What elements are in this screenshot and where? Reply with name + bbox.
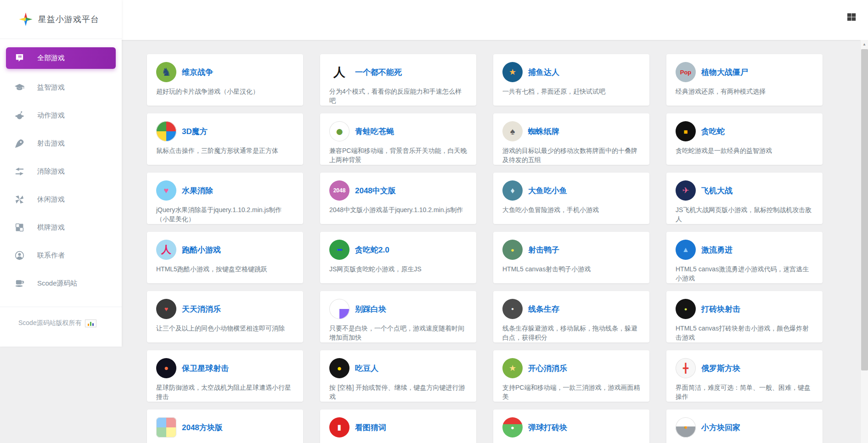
game-title-link[interactable]: 开心消消乐 <box>528 363 567 374</box>
game-card-guess-word[interactable]: ▮看图猜词【不兼容PC端】更好体验请使用手机，多个关卡小游戏 <box>320 409 476 443</box>
game-card-brick-shooter[interactable]: ●打砖块射击HTML5 canvas打砖块射击小游戏，颜色爆炸射击游戏 <box>666 291 823 342</box>
game-title-link[interactable]: 2048方块版 <box>182 422 223 433</box>
game-icon-viking-war: ♞ <box>156 62 176 82</box>
game-card-fishing-master[interactable]: ★捕鱼达人一共有七档，界面还原，赶快试试吧 <box>493 54 649 106</box>
game-card-2048-chinese[interactable]: 20482048中文版2048中文版小游戏基于jquery.1.10.2.min… <box>320 173 476 224</box>
sidebar-item-scode-site[interactable]: Scode源码站 <box>0 269 122 297</box>
game-title-link[interactable]: 贪吃蛇 <box>701 126 725 137</box>
sidebar-item-elimination-games[interactable]: 消除游戏 <box>0 157 122 185</box>
game-title-link[interactable]: 维京战争 <box>182 67 213 78</box>
game-icon-tetris: ╋ <box>676 358 696 378</box>
game-card-header: ●射击鸭子 <box>502 240 640 260</box>
game-card-happy-match[interactable]: ★开心消消乐支持PC端和移动端，一款三消游戏，游戏画面精美 <box>493 350 649 402</box>
game-title-link[interactable]: 贪吃蛇2.0 <box>355 245 389 255</box>
cnzz-stats-badge[interactable] <box>85 320 96 327</box>
game-title-link[interactable]: 捕鱼达人 <box>528 67 559 78</box>
vertical-scrollbar[interactable]: ▲ <box>860 40 868 443</box>
game-card-2048-blocks[interactable]: 2048方块版HTML5数字方块2048小游戏，兼容PC端和移动端 <box>147 409 303 443</box>
game-card-line-survival[interactable]: ●线条生存线条生存躲避游戏，移动鼠标，拖动线条，躲避白点，获得积分 <box>493 291 649 342</box>
game-title-link[interactable]: 看图猜词 <box>355 422 386 433</box>
chat-bubble-icon <box>14 53 25 63</box>
game-card-header: ■小方块回家 <box>676 417 813 437</box>
game-title-link[interactable]: 射击鸭子 <box>528 245 559 255</box>
game-title-link[interactable]: 跑酷小游戏 <box>182 245 221 255</box>
game-card-big-fish-eat-small[interactable]: ♦大鱼吃小鱼大鱼吃小鱼冒险游戏，手机小游戏 <box>493 173 649 224</box>
game-title-link[interactable]: 一个都不能死 <box>355 67 402 78</box>
game-title-link[interactable]: 线条生存 <box>528 304 559 314</box>
game-card-block-go-home[interactable]: ■小方块回家基于jQuery.1.10.2.min.js制作，可以选关，共30关 <box>666 409 823 443</box>
game-title-link[interactable]: 青蛙吃苍蝇 <box>355 126 394 137</box>
game-card-frog-eat-flies[interactable]: ●青蛙吃苍蝇兼容PC端和移动端，背景音乐开关功能，白天晚上两种背景 <box>320 113 476 165</box>
game-icon-block-go-home: ■ <box>676 417 696 437</box>
game-title-link[interactable]: 俄罗斯方块 <box>701 363 740 374</box>
game-card-viking-war[interactable]: ♞维京战争超好玩的卡片战争游戏（小星汉化） <box>147 54 303 106</box>
game-card-pacman[interactable]: ●吃豆人按 [空格] 开始或暂停、继续，键盘方向键进行游戏 <box>320 350 476 402</box>
scrollbar-thumb[interactable] <box>861 49 868 370</box>
game-icon-rubiks-cube-3d <box>156 121 176 141</box>
game-card-dont-tap-white[interactable]: 别踩白块只要不是白块，一个个点吧，游戏速度随着时间增加而加快 <box>320 291 476 342</box>
rocket-icon <box>14 138 25 149</box>
game-title-link[interactable]: 飞机大战 <box>701 185 733 196</box>
pinwheel-icon <box>14 194 25 205</box>
star-logo-icon <box>18 12 33 27</box>
game-card-header: ●青蛙吃苍蝇 <box>329 121 467 141</box>
game-card-header: ▲激流勇进 <box>676 240 813 260</box>
game-card-fruit-match[interactable]: ♥水果消除jQuery水果消除基于jquery.1.10.2.min.js制作（… <box>147 173 303 224</box>
game-title-link[interactable]: 大鱼吃小鱼 <box>528 185 567 196</box>
game-description: 让三个及以上的同色小动物横竖相连即可消除 <box>156 324 294 333</box>
sidebar-item-all-games[interactable]: 全部游戏 <box>6 47 116 69</box>
game-icon-planet-defense: ● <box>156 358 176 378</box>
game-title-link[interactable]: 水果消除 <box>182 185 213 196</box>
game-icon-fruit-match: ♥ <box>156 180 176 201</box>
sidebar-item-board-games[interactable]: 棋牌游戏 <box>0 213 122 241</box>
game-description: HTML5 canvas射击鸭子小游戏 <box>502 264 640 274</box>
game-description: HTML5跑酷小游戏，按键盘空格键跳跃 <box>156 264 294 274</box>
game-card-log-flume[interactable]: ▲激流勇进HTML5 canvas激流勇进小游戏代码，迷宫逃生小游戏 <box>666 232 823 283</box>
game-title-link[interactable]: 蜘蛛纸牌 <box>528 126 559 137</box>
game-card-duck-shooting[interactable]: ●射击鸭子HTML5 canvas射击鸭子小游戏 <box>493 232 649 283</box>
game-card-header: ✈飞机大战 <box>676 180 813 201</box>
top-header <box>0 0 868 40</box>
game-title-link[interactable]: 激流勇进 <box>701 245 733 255</box>
game-card-match-animals[interactable]: ♥天天消消乐让三个及以上的同色小动物横竖相连即可消除 <box>147 291 303 342</box>
windows-icon[interactable] <box>846 11 857 22</box>
game-card-parkour[interactable]: 人跑酷小游戏HTML5跑酷小游戏，按键盘空格键跳跃 <box>147 232 303 283</box>
game-card-header: 20482048中文版 <box>329 180 467 201</box>
game-description: HTML5 canvas打砖块射击小游戏，颜色爆炸射击游戏 <box>676 324 813 342</box>
game-card-header: ■贪吃蛇 <box>676 121 813 141</box>
game-card-tetris[interactable]: ╋俄罗斯方块界面简洁，难度可选：简单、一般、困难，键盘操作 <box>666 350 823 402</box>
game-title-link[interactable]: 天天消消乐 <box>182 304 221 314</box>
game-title-link[interactable]: 植物大战僵尸 <box>701 67 748 78</box>
game-title-link[interactable]: 2048中文版 <box>355 185 396 196</box>
game-card-header: ★捕鱼达人 <box>502 62 640 82</box>
game-card-plants-vs-zombies[interactable]: Pop植物大战僵尸经典游戏还原，有两种模式选择 <box>666 54 823 106</box>
game-card-planet-defense[interactable]: ●保卫星球射击星球防御游戏，太空战机为阻止星球遭遇小行星撞击 <box>147 350 303 402</box>
game-card-none-can-die[interactable]: 人一个都不能死分为4个模式，看看你的反应能力和手速怎么样吧 <box>320 54 476 106</box>
game-title-link[interactable]: 3D魔方 <box>182 126 208 137</box>
sidebar-item-puzzle-games[interactable]: 益智游戏 <box>0 73 122 101</box>
game-card-header: ●保卫星球射击 <box>156 358 294 378</box>
game-title-link[interactable]: 保卫星球射击 <box>182 363 229 374</box>
game-card-plane-war[interactable]: ✈飞机大战JS飞机大战网页版小游戏，鼠标控制战机攻击敌人 <box>666 173 823 224</box>
game-description: 大鱼吃小鱼冒险游戏，手机小游戏 <box>502 205 640 214</box>
game-card-header: ●●●贪吃蛇2.0 <box>329 240 467 260</box>
sidebar-item-action-games[interactable]: 动作游戏 <box>0 101 122 129</box>
sidebar-item-shooting-games[interactable]: 射击游戏 <box>0 129 122 157</box>
game-card-ball-bricks[interactable]: ●弹球打砖块弹球打砖块，左、右箭头键或移动鼠标，控制小球打砖块 <box>493 409 649 443</box>
game-card-snake-2[interactable]: ●●●贪吃蛇2.0JS网页版贪吃蛇小游戏，原生JS <box>320 232 476 283</box>
game-title-link[interactable]: 别踩白块 <box>355 304 386 314</box>
sidebar-item-contact-author[interactable]: 联系作者 <box>0 241 122 269</box>
game-title-link[interactable]: 吃豆人 <box>355 363 378 374</box>
game-title-link[interactable]: 小方块回家 <box>701 422 740 433</box>
sidebar-item-label: 动作游戏 <box>37 111 65 120</box>
game-title-link[interactable]: 弹球打砖块 <box>528 422 567 433</box>
game-card-spider-solitaire[interactable]: ♠蜘蛛纸牌游戏的目标以最少的移动次数将牌面中的十叠牌及待发的五组 <box>493 113 649 165</box>
game-grid: ♞维京战争超好玩的卡片战争游戏（小星汉化）人一个都不能死分为4个模式，看看你的反… <box>122 40 860 443</box>
game-card-snake[interactable]: ■贪吃蛇贪吃蛇游戏是一款经典的益智游戏 <box>666 113 823 165</box>
game-title-link[interactable]: 打砖块射击 <box>701 304 740 314</box>
scroll-up-arrow-icon[interactable]: ▲ <box>861 40 868 48</box>
game-description: 线条生存躲避游戏，移动鼠标，拖动线条，躲避白点，获得积分 <box>502 324 640 342</box>
game-icon-guess-word: ▮ <box>329 417 349 437</box>
game-card-rubiks-cube-3d[interactable]: 3D魔方鼠标点击操作，三阶魔方形状通常是正方体 <box>147 113 303 165</box>
sidebar-item-casual-games[interactable]: 休闲游戏 <box>0 185 122 213</box>
